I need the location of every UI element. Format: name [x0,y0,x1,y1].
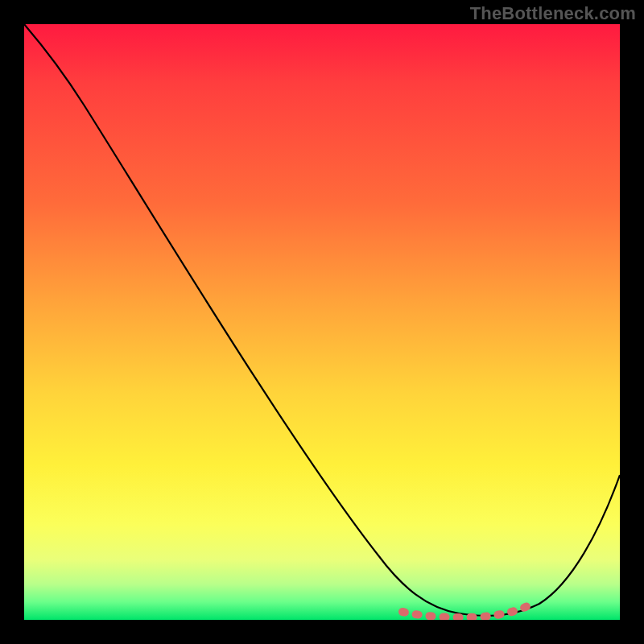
optimal-zone-marker [402,606,527,617]
curve-layer [24,24,620,620]
plot-area [24,24,620,620]
watermark-text: TheBottleneck.com [470,3,636,24]
chart-frame: TheBottleneck.com [0,0,644,644]
bottleneck-curve [24,24,620,616]
